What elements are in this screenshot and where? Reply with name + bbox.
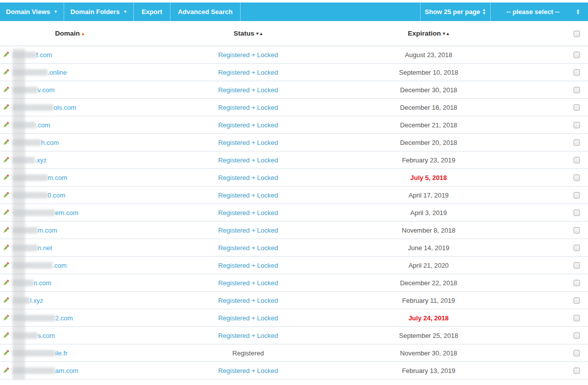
status-text: Registered + Locked — [180, 86, 316, 94]
domain-link[interactable]: m.com — [13, 227, 180, 234]
advanced-search-label: Advanced Search — [178, 8, 233, 16]
edit-pencil-icon — [2, 69, 10, 78]
advanced-search-button[interactable]: Advanced Search — [170, 3, 241, 21]
column-header-status[interactable]: Status▼▲ — [180, 30, 316, 37]
row-checkbox-cell — [541, 85, 588, 94]
edit-domain-button[interactable] — [0, 103, 13, 111]
edit-domain-button[interactable] — [0, 51, 13, 59]
expiration-date: December 20, 2018 — [316, 139, 541, 146]
edit-domain-button[interactable] — [0, 279, 13, 287]
edit-domain-button[interactable] — [0, 244, 13, 252]
edit-domain-button[interactable] — [0, 156, 13, 164]
status-text: Registered + Locked — [180, 297, 316, 304]
domain-link[interactable]: .online — [13, 69, 180, 76]
per-page-select[interactable]: Show 25 per page ▲▼ — [420, 3, 490, 21]
edit-domain-button[interactable] — [0, 138, 13, 146]
select-all-checkbox[interactable] — [573, 31, 580, 37]
row-checkbox[interactable] — [573, 174, 580, 181]
domain-link[interactable]: v.com — [13, 86, 180, 94]
expiration-date: February 11, 2019 — [316, 297, 541, 304]
row-checkbox[interactable] — [573, 350, 580, 356]
row-checkbox[interactable] — [573, 210, 580, 216]
domain-suffix-text: .com — [36, 121, 50, 129]
expiration-date: December 30, 2018 — [316, 86, 541, 94]
row-checkbox[interactable] — [573, 52, 580, 58]
status-text: Registered + Locked — [180, 332, 316, 339]
edit-domain-button[interactable] — [0, 349, 13, 357]
edit-pencil-icon — [2, 227, 10, 236]
domain-link[interactable]: n.com — [13, 279, 180, 287]
row-checkbox-cell — [541, 226, 588, 235]
expiration-date: February 13, 2019 — [316, 367, 541, 374]
domain-link[interactable]: ile.fr — [13, 349, 180, 357]
row-checkbox[interactable] — [573, 104, 580, 111]
row-checkbox-cell — [541, 313, 588, 322]
domain-link[interactable]: s.com — [13, 332, 180, 339]
domain-link[interactable]: n.net — [13, 244, 180, 252]
domain-link[interactable]: em.com — [13, 209, 180, 217]
edit-domain-button[interactable] — [0, 296, 13, 304]
row-checkbox[interactable] — [573, 192, 580, 199]
row-checkbox[interactable] — [573, 297, 580, 304]
redacted-domain-name — [13, 367, 55, 374]
row-checkbox[interactable] — [573, 262, 580, 269]
domain-link[interactable]: 0.com — [13, 191, 180, 199]
domain-link[interactable]: ols.com — [13, 104, 180, 111]
column-header-domain[interactable]: Domain▲ — [13, 30, 180, 37]
edit-domain-button[interactable] — [0, 191, 13, 199]
domain-link[interactable]: .com — [13, 121, 180, 129]
domain-link[interactable]: h.com — [13, 139, 180, 146]
row-checkbox[interactable] — [573, 332, 580, 339]
domain-folders-button[interactable]: Domain Folders ▼ — [64, 3, 134, 21]
table-row: f.comRegistered + LockedAugust 23, 2018 — [0, 46, 588, 64]
row-checkbox[interactable] — [573, 367, 580, 374]
expiration-date: February 23, 2019 — [316, 156, 541, 164]
row-checkbox[interactable] — [573, 69, 580, 76]
domain-suffix-text: .xyz — [35, 156, 47, 164]
row-checkbox[interactable] — [573, 139, 580, 146]
domain-table-body: f.comRegistered + LockedAugust 23, 2018.… — [0, 46, 588, 379]
row-checkbox[interactable] — [573, 280, 580, 286]
edit-pencil-icon — [2, 245, 10, 253]
row-checkbox[interactable] — [573, 122, 580, 128]
edit-domain-button[interactable] — [0, 314, 13, 322]
edit-domain-button[interactable] — [0, 86, 13, 94]
row-checkbox[interactable] — [573, 157, 580, 163]
domain-link[interactable]: 2.com — [13, 314, 180, 322]
domain-link[interactable]: f.com — [13, 51, 180, 59]
row-checkbox[interactable] — [573, 315, 580, 321]
domain-link[interactable]: .xyz — [13, 156, 180, 164]
edit-domain-button[interactable] — [0, 261, 13, 269]
edit-domain-button[interactable] — [0, 209, 13, 217]
expiration-date: July 5, 2018 — [316, 174, 541, 181]
expiration-date: December 16, 2018 — [316, 104, 541, 111]
status-text: Registered + Locked — [180, 104, 316, 111]
edit-domain-button[interactable] — [0, 366, 13, 374]
column-header-expiration[interactable]: Expiration▼▲ — [316, 30, 541, 37]
row-checkbox-cell — [541, 173, 588, 182]
sort-asc-icon: ▲ — [81, 31, 85, 36]
expiration-date: December 21, 2018 — [316, 121, 541, 129]
domain-link[interactable]: l.xyz — [13, 297, 180, 304]
table-row: ols.comRegistered + LockedDecember 16, 2… — [0, 99, 588, 116]
export-button[interactable]: Export — [134, 3, 170, 21]
status-text: Registered + Locked — [180, 156, 316, 164]
expiration-date: August 23, 2018 — [316, 51, 541, 59]
edit-domain-button[interactable] — [0, 68, 13, 76]
domain-suffix-text: n.com — [34, 279, 51, 287]
edit-domain-button[interactable] — [0, 121, 13, 129]
row-checkbox[interactable] — [573, 227, 580, 234]
domain-link[interactable]: m.com — [13, 174, 180, 181]
domain-views-button[interactable]: Domain Views ▼ — [0, 3, 64, 21]
row-checkbox[interactable] — [573, 245, 580, 251]
edit-domain-button[interactable] — [0, 226, 13, 234]
bulk-action-select[interactable]: -- please select -- ▲▼ — [490, 3, 588, 21]
domain-link[interactable]: .com — [13, 262, 180, 269]
row-checkbox[interactable] — [573, 87, 580, 93]
redacted-domain-name — [13, 122, 36, 128]
edit-domain-button[interactable] — [0, 331, 13, 339]
bulk-action-label: -- please select -- — [491, 8, 588, 16]
redacted-domain-name — [13, 87, 38, 93]
edit-domain-button[interactable] — [0, 173, 13, 181]
domain-link[interactable]: am.com — [13, 367, 180, 374]
